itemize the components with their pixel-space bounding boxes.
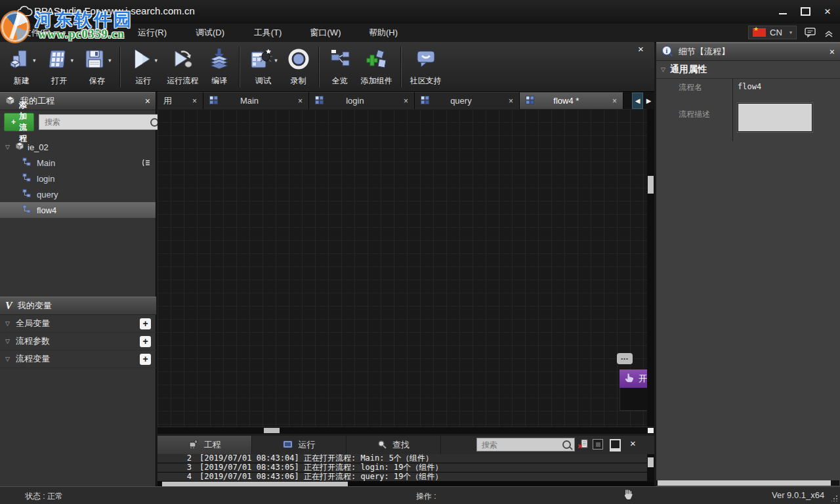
- flow-icon: [22, 189, 31, 200]
- toolbar-save-button[interactable]: ▾ 保存: [78, 45, 116, 89]
- chevron-down-icon[interactable]: ▾: [108, 57, 112, 64]
- hand-pointer-icon: [624, 373, 634, 385]
- minimize-button[interactable]: [774, 4, 791, 18]
- var-group-global[interactable]: ▽ 全局变量 +: [0, 315, 156, 333]
- language-selector[interactable]: ★ CN ▾: [748, 26, 797, 39]
- add-flow-param-button[interactable]: +: [140, 336, 151, 347]
- tab-close-icon[interactable]: ×: [404, 96, 408, 106]
- toolbar-run-flow-button[interactable]: 运行流程: [162, 45, 203, 89]
- flow-name-value[interactable]: flow4: [738, 82, 761, 91]
- menu-item-tools[interactable]: 工具(T): [239, 24, 297, 42]
- expander-icon[interactable]: ▽: [661, 66, 667, 73]
- chevron-down-icon[interactable]: ▾: [71, 57, 74, 64]
- tree-item-login[interactable]: login: [0, 171, 156, 186]
- search-icon[interactable]: [562, 440, 571, 449]
- log-vertical-scrollbar[interactable]: [647, 454, 654, 482]
- editor-tab-login[interactable]: login ×: [309, 92, 415, 109]
- close-output-icon[interactable]: ×: [630, 438, 636, 449]
- log-option-icon[interactable]: [593, 439, 603, 450]
- project-tree: ▽ ie_02 Main login query flow4: [0, 134, 156, 218]
- common-properties-section[interactable]: ▽ 通用属性: [656, 61, 840, 79]
- menu-item-window[interactable]: 窗口(W): [297, 24, 354, 42]
- editor-tab-bar: 用 × Main × login × query × flow4 * × ◀ ▶: [158, 92, 654, 110]
- close-icon[interactable]: ×: [830, 47, 835, 57]
- tree-root-ie02[interactable]: ▽ ie_02: [0, 139, 156, 155]
- toolbar-run-button[interactable]: ▾ 运行: [125, 45, 163, 89]
- chevron-down-icon[interactable]: ▾: [274, 57, 278, 64]
- flow-description-input[interactable]: [738, 103, 812, 132]
- tab-scroll-right-button[interactable]: ▶: [643, 93, 654, 109]
- details-horizontal-scrollbar[interactable]: [656, 480, 839, 486]
- details-panel-title: 细节【流程】: [679, 46, 730, 58]
- output-tab-run[interactable]: 运行: [252, 436, 346, 454]
- output-tab-find[interactable]: 查找: [346, 436, 441, 454]
- editor-tab-truncated[interactable]: 用 ×: [158, 92, 203, 109]
- toolbar-open-button[interactable]: ▾ 打开: [41, 45, 79, 89]
- toolbar-new-button[interactable]: ▾ 新建: [3, 45, 41, 89]
- log-horizontal-scrollbar[interactable]: [158, 482, 654, 486]
- var-group-params[interactable]: ▽ 流程参数 +: [0, 333, 156, 350]
- resize-grip[interactable]: [831, 495, 837, 501]
- log-search-input[interactable]: [480, 440, 560, 450]
- log-row[interactable]: 2[2019/07/01 08:43:04] 正在打开流程: Main: 5个（…: [158, 454, 647, 463]
- info-icon: i: [662, 45, 673, 59]
- log-row[interactable]: 4[2019/07/01 08:43:06] 正在打开流程: query: 19…: [158, 472, 647, 481]
- tab-close-icon[interactable]: ×: [192, 96, 197, 106]
- tree-item-main[interactable]: Main: [0, 155, 156, 171]
- clear-log-icon[interactable]: [578, 439, 589, 452]
- variables-panel-header: V 我的变量: [0, 297, 156, 315]
- toolbar-record-button[interactable]: 录制: [282, 45, 315, 89]
- maximize-button[interactable]: [797, 4, 814, 18]
- chevron-down-icon[interactable]: ▾: [155, 57, 158, 64]
- flow-canvas[interactable]: ••• 开: [158, 109, 654, 427]
- menu-item-file[interactable]: 文件(F): [8, 24, 66, 42]
- tab-close-icon[interactable]: ×: [612, 96, 617, 106]
- toolbar-debug-button[interactable]: ▾ 调试: [244, 45, 282, 89]
- comment-icon[interactable]: •••: [617, 353, 633, 364]
- tab-close-icon[interactable]: ×: [509, 96, 513, 106]
- editor-tab-main[interactable]: Main ×: [203, 92, 309, 109]
- scrollbar-thumb[interactable]: [162, 482, 348, 486]
- scrollbar-thumb[interactable]: [658, 480, 831, 486]
- menu-item-debug[interactable]: 调试(D): [181, 24, 239, 42]
- editor-tab-query[interactable]: query ×: [415, 92, 520, 109]
- toggle-panel-icon[interactable]: [610, 439, 621, 452]
- editor-tab-flow4[interactable]: flow4 * ×: [520, 92, 623, 109]
- find-icon: [377, 440, 387, 451]
- menu-item-edit[interactable]: 编辑(E): [66, 24, 123, 42]
- output-tab-project[interactable]: 工程: [158, 436, 252, 454]
- flow-icon: [22, 158, 31, 168]
- scrollbar-thumb[interactable]: [648, 457, 654, 467]
- tree-item-flow4[interactable]: flow4: [0, 202, 156, 218]
- feedback-icon[interactable]: [805, 28, 816, 40]
- field-divider: [732, 78, 733, 141]
- log-row[interactable]: 3[2019/07/01 08:43:05] 正在打开流程: login: 19…: [158, 463, 647, 472]
- tree-item-query[interactable]: query: [0, 186, 156, 202]
- toolbar-community-button[interactable]: 社区支持: [406, 45, 446, 89]
- canvas-horizontal-scrollbar[interactable]: [158, 427, 654, 434]
- scrollbar-thumb[interactable]: [264, 428, 280, 433]
- close-button[interactable]: ×: [819, 4, 836, 18]
- tab-close-icon[interactable]: ×: [298, 96, 303, 106]
- menu-item-help[interactable]: 帮助(H): [354, 24, 412, 42]
- toolbar-compile-button[interactable]: 编译: [203, 45, 236, 89]
- toolbar-add-component-button[interactable]: 添加组件: [356, 45, 397, 89]
- project-search-input[interactable]: [43, 117, 148, 127]
- collapse-ribbon-icon[interactable]: [824, 29, 833, 41]
- expander-icon[interactable]: ▽: [5, 144, 12, 150]
- expander-icon[interactable]: ▽: [5, 356, 12, 362]
- tab-scroll-left-button[interactable]: ◀: [632, 93, 643, 109]
- close-icon[interactable]: ×: [145, 96, 150, 106]
- add-flow-button[interactable]: + 添加流程: [4, 113, 34, 131]
- add-flow-variable-button[interactable]: +: [140, 354, 151, 365]
- toolbar-overview-button[interactable]: 全览: [324, 45, 356, 89]
- add-global-variable-button[interactable]: +: [140, 318, 151, 329]
- chevron-down-icon[interactable]: ▾: [33, 57, 36, 64]
- canvas-vertical-scrollbar[interactable]: [647, 109, 654, 427]
- menu-item-run[interactable]: 运行(R): [123, 24, 181, 42]
- toolbar-close-icon[interactable]: ×: [638, 43, 644, 54]
- expander-icon[interactable]: ▽: [5, 338, 12, 345]
- var-group-flow[interactable]: ▽ 流程变量 +: [0, 350, 156, 368]
- scrollbar-thumb[interactable]: [648, 176, 654, 194]
- expander-icon[interactable]: ▽: [5, 320, 12, 327]
